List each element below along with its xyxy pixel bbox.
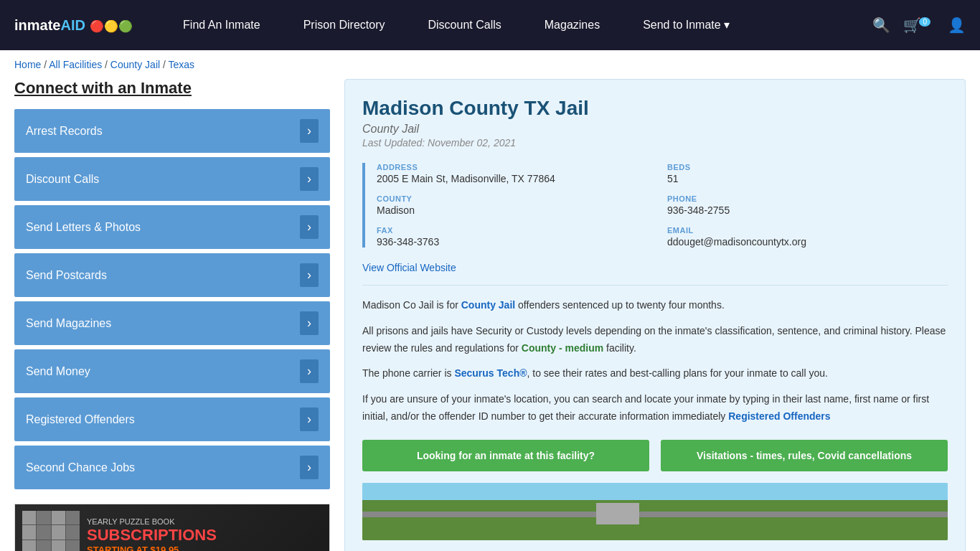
beds-block: BEDS 51 [667, 163, 948, 184]
sidebar-title: Connect with an Inmate [14, 79, 330, 98]
county-medium-link[interactable]: County - medium [522, 342, 603, 354]
facility-name: Madison County TX Jail [362, 97, 948, 120]
nav-prison-directory[interactable]: Prison Directory [282, 0, 407, 50]
description-1: Madison Co Jail is for County Jail offen… [362, 297, 948, 314]
ad-text: YEARLY PUZZLE BOOK SUBSCRIPTIONS STARTIN… [87, 517, 322, 552]
description-2: All prisons and jails have Security or C… [362, 323, 948, 357]
phone-label: PHONE [667, 194, 948, 203]
breadcrumb-texas[interactable]: Texas [169, 59, 195, 70]
search-icon[interactable]: 🔍 [872, 17, 890, 34]
sidebar-item-second-chance-jobs[interactable]: Second Chance Jobs › [14, 446, 330, 489]
email-label: EMAIL [667, 226, 948, 235]
sidebar-item-label: Second Chance Jobs [26, 461, 135, 474]
sidebar-item-label: Discount Calls [26, 173, 99, 186]
nav-send-to-inmate[interactable]: Send to Inmate ▾ [621, 0, 751, 50]
info-grid: ADDRESS 2005 E Main St, Madisonville, TX… [362, 163, 948, 248]
sidebar-item-send-money[interactable]: Send Money › [14, 349, 330, 393]
beds-label: BEDS [667, 163, 948, 171]
county-jail-link[interactable]: County Jail [461, 299, 515, 311]
sidebar-item-label: Send Money [26, 365, 90, 378]
site-logo[interactable]: inmateAID 🔴🟡🟢 [14, 16, 133, 34]
sidebar: Connect with an Inmate Arrest Records › … [14, 79, 330, 551]
arrow-icon: › [300, 167, 319, 191]
cart-icon[interactable]: 🛒 [903, 17, 921, 33]
aerial-road [362, 512, 948, 517]
breadcrumb-sep3: / [163, 59, 169, 70]
sidebar-item-label: Send Letters & Photos [26, 221, 141, 234]
nav-find-an-inmate[interactable]: Find An Inmate [161, 0, 282, 50]
beds-value: 51 [667, 173, 948, 184]
ad-puzzle-image [22, 511, 80, 551]
registered-offenders-link[interactable]: Registered Offenders [728, 410, 830, 422]
county-block: COUNTY Madison [377, 194, 657, 216]
nav-discount-calls[interactable]: Discount Calls [406, 0, 522, 50]
sidebar-item-label: Arrest Records [26, 125, 103, 138]
ad-inner: YEARLY PUZZLE BOOK SUBSCRIPTIONS STARTIN… [15, 504, 329, 551]
divider [362, 285, 948, 286]
fax-block: FAX 936-348-3763 [377, 226, 657, 248]
county-value: Madison [377, 204, 657, 216]
visitations-button[interactable]: Visitations - times, rules, Covid cancel… [661, 440, 948, 471]
facility-type: County Jail [362, 123, 948, 136]
facility-aerial-image [362, 483, 948, 540]
sidebar-advertisement[interactable]: YEARLY PUZZLE BOOK SUBSCRIPTIONS STARTIN… [14, 504, 330, 551]
aerial-view [362, 483, 948, 540]
aerial-building [596, 503, 639, 524]
sidebar-item-registered-offenders[interactable]: Registered Offenders › [14, 397, 330, 441]
main-container: Connect with an Inmate Arrest Records › … [0, 79, 980, 551]
navigation: inmateAID 🔴🟡🟢 Find An Inmate Prison Dire… [0, 0, 980, 50]
ad-line3: STARTING AT $19.95 [87, 545, 322, 552]
ad-line2: SUBSCRIPTIONS [87, 526, 322, 545]
county-label: COUNTY [377, 194, 657, 203]
arrow-icon: › [300, 408, 319, 431]
sidebar-item-discount-calls[interactable]: Discount Calls › [14, 157, 330, 201]
sidebar-item-label: Registered Offenders [26, 413, 135, 426]
phone-value: 936-348-2755 [667, 204, 948, 216]
email-value: ddouget@madisoncountytx.org [667, 236, 948, 248]
fax-label: FAX [377, 226, 657, 235]
action-buttons: Looking for an inmate at this facility? … [362, 440, 948, 471]
sidebar-menu: Arrest Records › Discount Calls › Send L… [14, 109, 330, 489]
view-official-website-link[interactable]: View Official Website [362, 262, 948, 273]
address-label: ADDRESS [377, 163, 657, 171]
ad-line1: YEARLY PUZZLE BOOK [87, 517, 322, 526]
phone-block: PHONE 936-348-2755 [667, 194, 948, 216]
sidebar-item-arrest-records[interactable]: Arrest Records › [14, 109, 330, 153]
breadcrumb-home[interactable]: Home [14, 59, 41, 70]
sidebar-item-send-letters-photos[interactable]: Send Letters & Photos › [14, 205, 330, 249]
cart-wrapper: 🛒 0 [903, 17, 935, 34]
address-value: 2005 E Main St, Madisonville, TX 77864 [377, 173, 657, 184]
securus-link[interactable]: Securus Tech® [454, 367, 527, 379]
content-panel: Madison County TX Jail County Jail Last … [344, 79, 966, 551]
sidebar-item-label: Send Magazines [26, 317, 111, 330]
nav-links: Find An Inmate Prison Directory Discount… [161, 0, 858, 50]
arrow-icon: › [300, 215, 319, 239]
description-3: The phone carrier is Securus Tech®, to s… [362, 365, 948, 382]
nav-magazines[interactable]: Magazines [523, 0, 621, 50]
breadcrumb-county-jail[interactable]: County Jail [110, 59, 160, 70]
sidebar-item-label: Send Postcards [26, 269, 107, 282]
user-icon[interactable]: 👤 [948, 17, 966, 34]
arrow-icon: › [300, 311, 319, 335]
fax-value: 936-348-3763 [377, 236, 657, 248]
breadcrumb-sep2: / [105, 59, 110, 70]
breadcrumb-all-facilities[interactable]: All Facilities [49, 59, 102, 70]
arrow-icon: › [300, 263, 319, 287]
address-block: ADDRESS 2005 E Main St, Madisonville, TX… [377, 163, 657, 184]
arrow-icon: › [300, 119, 319, 143]
email-block: EMAIL ddouget@madisoncountytx.org [667, 226, 948, 248]
looking-for-inmate-button[interactable]: Looking for an inmate at this facility? [362, 440, 649, 471]
breadcrumb: Home / All Facilities / County Jail / Te… [0, 50, 980, 79]
sidebar-item-send-magazines[interactable]: Send Magazines › [14, 301, 330, 345]
description-4: If you are unsure of your inmate's locat… [362, 391, 948, 425]
arrow-icon: › [300, 456, 319, 479]
cart-count: 0 [919, 17, 930, 27]
facility-last-updated: Last Updated: November 02, 2021 [362, 137, 948, 149]
sidebar-item-send-postcards[interactable]: Send Postcards › [14, 253, 330, 297]
arrow-icon: › [300, 359, 319, 383]
nav-icons: 🔍 🛒 0 👤 [872, 17, 966, 34]
